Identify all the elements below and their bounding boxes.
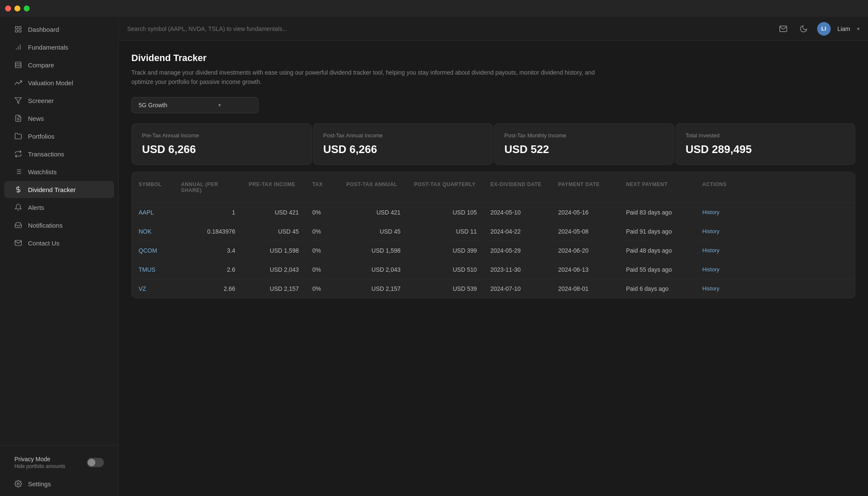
svg-rect-0 — [15, 26, 17, 28]
sidebar-item-label: Dashboard — [28, 26, 59, 33]
svg-rect-2 — [15, 30, 17, 32]
cell-tax: 0% — [306, 260, 339, 279]
titlebar — [0, 0, 868, 17]
cell-ex-dividend: 2024-04-22 — [484, 222, 551, 241]
col-post-tax-quarterly: POST-TAX QUARTERLY — [407, 177, 484, 198]
cell-annual: 2.66 — [174, 279, 242, 298]
cell-actions[interactable]: History — [696, 222, 746, 240]
maximize-button[interactable] — [24, 6, 30, 11]
table-row: TMUS 2.6 USD 2,043 0% USD 2,043 USD 510 … — [132, 260, 855, 279]
notifications-icon-btn[interactable] — [776, 22, 790, 36]
sidebar-item-alerts[interactable]: Alerts — [4, 199, 114, 216]
page-description: Track and manage your dividend investmen… — [131, 68, 598, 87]
cell-symbol[interactable]: VZ — [132, 279, 174, 298]
cell-annual: 0.1843976 — [174, 222, 242, 241]
cell-post-tax-annual: USD 421 — [339, 203, 407, 222]
cell-next-payment: Paid 83 days ago — [619, 203, 696, 222]
sidebar-item-dividend-tracker[interactable]: Dividend Tracker — [4, 181, 114, 198]
chevron-down-icon: ▾ — [218, 102, 221, 108]
svg-rect-7 — [15, 62, 21, 68]
cell-actions[interactable]: History — [696, 241, 746, 259]
table-row: AAPL 1 USD 421 0% USD 421 USD 105 2024-0… — [132, 203, 855, 222]
cell-actions[interactable]: History — [696, 203, 746, 221]
cell-pre-tax: USD 421 — [242, 203, 306, 222]
sidebar-item-label: Dividend Tracker — [28, 186, 76, 193]
cell-actions[interactable]: History — [696, 260, 746, 279]
sidebar-item-dashboard[interactable]: Dashboard — [4, 21, 114, 38]
main-content: LI Liam ▾ Dividend Tracker Track and man… — [119, 17, 868, 496]
topbar: LI Liam ▾ — [119, 17, 868, 41]
cell-next-payment: Paid 55 days ago — [619, 260, 696, 279]
dividend-table: SYMBOL ANNUAL (PER SHARE) PRE-TAX INCOME… — [131, 172, 855, 298]
sidebar-item-label: News — [28, 115, 44, 122]
sidebar-item-transactions[interactable]: Transactions — [4, 145, 114, 162]
user-avatar[interactable]: LI — [817, 22, 831, 36]
list-icon — [14, 168, 22, 176]
sidebar-item-valuation-model[interactable]: Valuation Model — [4, 74, 114, 91]
col-symbol: SYMBOL — [132, 177, 174, 198]
folder-icon — [14, 132, 22, 140]
cell-post-tax-quarterly: USD 105 — [407, 203, 484, 222]
cell-post-tax-quarterly: USD 539 — [407, 279, 484, 298]
cell-next-payment: Paid 91 days ago — [619, 222, 696, 241]
svg-rect-1 — [19, 26, 21, 28]
cell-post-tax-annual: USD 1,598 — [339, 241, 407, 260]
cell-symbol[interactable]: QCOM — [132, 241, 174, 260]
card-value: USD 289,495 — [686, 143, 845, 156]
page-title: Dividend Tracker — [131, 53, 855, 64]
dollar-sign-icon — [14, 186, 22, 193]
cell-actions[interactable]: History — [696, 279, 746, 298]
user-name[interactable]: Liam — [837, 25, 850, 32]
cell-tax: 0% — [306, 241, 339, 260]
cell-symbol[interactable]: TMUS — [132, 260, 174, 279]
sidebar-item-settings[interactable]: Settings — [4, 475, 114, 492]
sidebar-item-compare[interactable]: Compare — [4, 56, 114, 73]
traffic-lights — [5, 6, 30, 11]
close-button[interactable] — [5, 6, 11, 11]
privacy-mode-container: Privacy Mode Hide portfolio amounts — [4, 451, 114, 474]
cell-symbol[interactable]: AAPL — [132, 203, 174, 222]
cell-symbol[interactable]: NOK — [132, 222, 174, 241]
svg-marker-10 — [15, 98, 22, 103]
search-input[interactable] — [127, 22, 770, 36]
card-value: USD 6,266 — [323, 143, 483, 156]
privacy-mode-toggle[interactable] — [87, 458, 104, 467]
sidebar-item-contact-us[interactable]: Contact Us — [4, 234, 114, 251]
cell-next-payment: Paid 48 days ago — [619, 241, 696, 260]
cell-payment-date: 2024-05-08 — [551, 222, 619, 241]
cell-tax: 0% — [306, 222, 339, 241]
content-area: Dividend Tracker Track and manage your d… — [119, 41, 868, 496]
file-text-icon — [14, 114, 22, 122]
cell-ex-dividend: 2023-11-30 — [484, 260, 551, 279]
col-ex-dividend: EX-DIVIDEND DATE — [484, 177, 551, 198]
cell-post-tax-quarterly: USD 399 — [407, 241, 484, 260]
cell-payment-date: 2024-06-13 — [551, 260, 619, 279]
sidebar-item-portfolios[interactable]: Portfolios — [4, 128, 114, 145]
sidebar-item-screener[interactable]: Screener — [4, 92, 114, 109]
sidebar-item-label: Contact Us — [28, 240, 59, 247]
sidebar-item-label: Transactions — [28, 150, 64, 158]
cell-post-tax-quarterly: USD 510 — [407, 260, 484, 279]
user-menu-chevron[interactable]: ▾ — [857, 26, 860, 32]
bar-chart-icon — [14, 43, 22, 51]
col-next-payment: NEXT PAYMENT — [619, 177, 696, 198]
card-label: Total Invested — [686, 132, 845, 139]
minimize-button[interactable] — [14, 6, 20, 11]
sidebar-item-watchlists[interactable]: Watchlists — [4, 163, 114, 180]
table-row: NOK 0.1843976 USD 45 0% USD 45 USD 11 20… — [132, 222, 855, 241]
cell-annual: 3.4 — [174, 241, 242, 260]
total-invested-card: Total Invested USD 289,495 — [675, 123, 856, 165]
layout-icon — [14, 61, 22, 69]
post-tax-monthly-card: Post-Tax Monthly Income USD 522 — [494, 123, 674, 165]
sidebar-item-news[interactable]: News — [4, 110, 114, 127]
sidebar-item-label: Compare — [28, 61, 54, 69]
sidebar-item-label: Valuation Model — [28, 79, 73, 86]
card-label: Pre-Tax Annual Income — [142, 132, 301, 139]
cell-ex-dividend: 2024-05-10 — [484, 203, 551, 222]
mail-icon — [14, 239, 22, 247]
sidebar-item-fundamentals[interactable]: Fundamentals — [4, 39, 114, 56]
portfolio-dropdown[interactable]: 5G Growth ▾ — [131, 97, 259, 113]
theme-toggle-btn[interactable] — [797, 22, 810, 36]
sidebar-item-notifications[interactable]: Notifications — [4, 217, 114, 234]
grid-icon — [14, 25, 22, 33]
